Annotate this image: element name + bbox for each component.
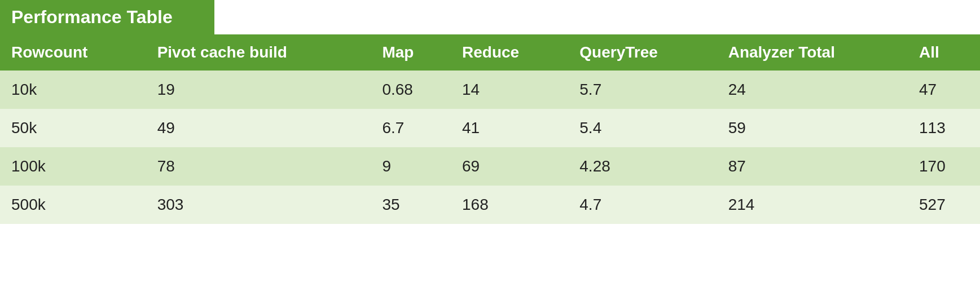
cell-reduce-1: 41 <box>451 109 568 147</box>
cell-map-2: 9 <box>371 147 451 186</box>
cell-all-0: 47 <box>908 71 980 109</box>
cell-analyzer-2: 87 <box>717 147 908 186</box>
table-header-row: Rowcount Pivot cache build Map Reduce Qu… <box>0 34 980 71</box>
cell-all-2: 170 <box>908 147 980 186</box>
col-header-analyzer-total: Analyzer Total <box>717 34 908 71</box>
table-row: 100k 78 9 69 4.28 87 170 <box>0 147 980 186</box>
cell-querytree-0: 5.7 <box>568 71 717 109</box>
col-header-map: Map <box>371 34 451 71</box>
col-header-querytree: QueryTree <box>568 34 717 71</box>
cell-reduce-0: 14 <box>451 71 568 109</box>
cell-pivot-1: 49 <box>146 109 371 147</box>
performance-table: Rowcount Pivot cache build Map Reduce Qu… <box>0 34 980 224</box>
col-header-all: All <box>908 34 980 71</box>
cell-map-3: 35 <box>371 186 451 224</box>
cell-rowcount-1: 50k <box>0 109 146 147</box>
cell-map-0: 0.68 <box>371 71 451 109</box>
cell-querytree-3: 4.7 <box>568 186 717 224</box>
cell-rowcount-2: 100k <box>0 147 146 186</box>
table-title: Performance Table <box>0 0 214 34</box>
cell-map-1: 6.7 <box>371 109 451 147</box>
table-row: 10k 19 0.68 14 5.7 24 47 <box>0 71 980 109</box>
cell-analyzer-0: 24 <box>717 71 908 109</box>
col-header-pivot-cache-build: Pivot cache build <box>146 34 371 71</box>
cell-analyzer-1: 59 <box>717 109 908 147</box>
cell-reduce-3: 168 <box>451 186 568 224</box>
cell-rowcount-0: 10k <box>0 71 146 109</box>
table-row: 500k 303 35 168 4.7 214 527 <box>0 186 980 224</box>
col-header-rowcount: Rowcount <box>0 34 146 71</box>
cell-pivot-0: 19 <box>146 71 371 109</box>
cell-querytree-1: 5.4 <box>568 109 717 147</box>
cell-all-1: 113 <box>908 109 980 147</box>
col-header-reduce: Reduce <box>451 34 568 71</box>
cell-rowcount-3: 500k <box>0 186 146 224</box>
performance-table-wrapper: Performance Table Rowcount Pivot cache b… <box>0 0 980 224</box>
cell-all-3: 527 <box>908 186 980 224</box>
table-row: 50k 49 6.7 41 5.4 59 113 <box>0 109 980 147</box>
cell-pivot-2: 78 <box>146 147 371 186</box>
cell-reduce-2: 69 <box>451 147 568 186</box>
cell-pivot-3: 303 <box>146 186 371 224</box>
cell-analyzer-3: 214 <box>717 186 908 224</box>
cell-querytree-2: 4.28 <box>568 147 717 186</box>
